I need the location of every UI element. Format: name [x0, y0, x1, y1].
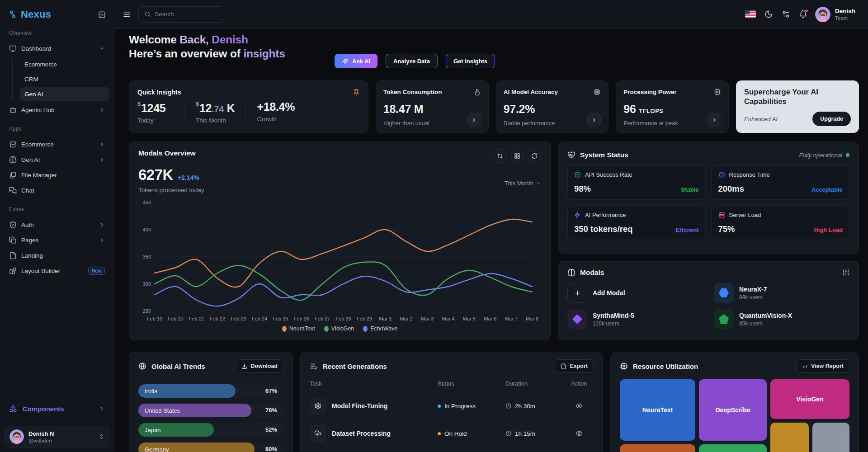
card-arrow-button[interactable] — [467, 113, 481, 127]
svg-text:Mar 2: Mar 2 — [400, 316, 413, 321]
sidebar-item-file-manager[interactable]: File Manager — [5, 168, 109, 182]
grid-view-button[interactable] — [510, 149, 524, 163]
upgrade-button[interactable]: Upgrade — [812, 112, 851, 126]
sort-button[interactable] — [493, 149, 507, 163]
sidebar-item-layout-builder[interactable]: Layout BuilderNew — [5, 264, 109, 278]
header-user[interactable]: Denish Team — [815, 7, 855, 22]
add-modal-button[interactable]: Add Modal — [567, 283, 703, 303]
sidebar-item-ecommerce[interactable]: Ecommerce — [5, 137, 109, 151]
svg-text:Feb 26: Feb 26 — [294, 316, 309, 321]
modal-item-quantumvision-x[interactable]: QuantumVision-X85k users — [714, 309, 849, 329]
sidebar-item-label: File Manager — [21, 172, 57, 179]
export-button[interactable]: Export — [555, 359, 594, 373]
sidebar-item-chat[interactable]: Chat — [5, 184, 109, 197]
sidebar-item-label: Auth — [21, 221, 34, 228]
card-arrow-button[interactable] — [708, 113, 721, 127]
sidebar-item-agentic-hub[interactable]: Agentic Hub — [5, 103, 109, 117]
settings-sliders-icon[interactable] — [782, 10, 790, 19]
sidebar-divider — [0, 421, 114, 421]
eye-icon[interactable] — [576, 430, 583, 437]
svg-text:Mar 1: Mar 1 — [379, 316, 392, 321]
notifications-bell[interactable] — [799, 10, 807, 19]
welcome-actions: Ask AI Analyze Data Get Insights — [335, 54, 495, 68]
column-status: Status — [438, 380, 505, 387]
sidebar-user-card[interactable]: Denish N @withden — [5, 426, 109, 447]
range-dropdown[interactable]: This Month — [505, 173, 541, 193]
treemap-tile[interactable] — [770, 423, 809, 452]
resources-title: Resource Utilization — [633, 363, 698, 370]
notification-dot — [805, 9, 808, 12]
svg-text:Feb 21: Feb 21 — [189, 316, 204, 321]
chevron-down-icon — [536, 180, 541, 186]
target-icon — [593, 88, 601, 96]
treemap-tile[interactable] — [620, 444, 695, 452]
sidebar-item-label: Dashboard — [21, 45, 51, 52]
treemap: NeuraTextDeepScribeVisioGen — [620, 379, 849, 452]
sidebar-subitem-gen-ai[interactable]: Gen AI — [20, 87, 109, 101]
svg-text:Mar 3: Mar 3 — [421, 316, 434, 321]
table-header: TaskStatusDurationAction — [310, 380, 594, 392]
svg-text:Feb 19: Feb 19 — [147, 316, 162, 321]
status-tile-ai-performance: AI Performance350 tokens/reqEfficient — [567, 206, 706, 240]
user-name: Denish N — [28, 430, 54, 437]
sliders-icon[interactable] — [842, 269, 849, 276]
view-report-button[interactable]: View Report — [796, 359, 849, 373]
svg-text:Feb 29: Feb 29 — [357, 316, 372, 321]
sidebar-subitem-crm[interactable]: CRM — [20, 72, 109, 86]
modal-item-neurax-7[interactable]: NeuraX-799k users — [714, 283, 849, 303]
sidebar-item-components[interactable]: Components — [5, 400, 109, 417]
svg-text:450: 450 — [143, 200, 151, 205]
chevron-right-icon — [99, 107, 105, 113]
us-flag-icon[interactable] — [745, 10, 756, 18]
sidebar-subitem-ecommerce[interactable]: Ecommerce — [20, 57, 109, 71]
svg-text:Feb 28: Feb 28 — [335, 316, 351, 321]
treemap-tile[interactable] — [699, 444, 767, 452]
download-button[interactable]: Download — [236, 359, 283, 373]
nexus-logo[interactable]: Nexus — [8, 9, 51, 20]
trend-bar-india: India67% — [138, 384, 283, 398]
status-tile-api-success-rate: API Success Rate98%Stable — [567, 165, 706, 200]
chevrons-up-down-icon — [98, 433, 104, 440]
sidebar-section-extras: Extras — [9, 206, 105, 212]
sidebar-item-gen-ai[interactable]: Gen AI — [5, 153, 109, 166]
trend-bar-united-states: United States78% — [138, 404, 283, 417]
menu-icon[interactable] — [123, 10, 131, 19]
svg-text:Feb 23: Feb 23 — [231, 316, 246, 321]
treemap-tile-neuratext[interactable]: NeuraText — [620, 379, 695, 441]
svg-text:Feb 27: Feb 27 — [315, 316, 330, 321]
chevron-right-icon — [99, 141, 105, 147]
sidebar-item-dashboard[interactable]: Dashboard — [5, 42, 109, 55]
get-insights-button[interactable]: Get Insights — [446, 54, 495, 68]
chart-toolbar — [493, 149, 541, 163]
card-arrow-button[interactable] — [587, 113, 601, 127]
plus-icon — [574, 290, 581, 297]
chevron-right-icon — [99, 237, 105, 243]
treemap-tile-deepscribe[interactable]: DeepScribe — [699, 379, 767, 441]
tokens-kpi-delta: +2.14% — [178, 174, 199, 181]
legend-echowave: EchoWave — [363, 325, 397, 332]
ask-ai-button[interactable]: Ask AI — [335, 54, 377, 68]
refresh-button[interactable] — [528, 149, 541, 163]
blocks-icon — [9, 267, 17, 275]
sidebar-item-pages[interactable]: Pages — [5, 233, 109, 247]
sidebar-item-auth[interactable]: Auth — [5, 218, 109, 231]
trend-bar-germany: Germany80% — [138, 443, 283, 452]
eye-icon[interactable] — [576, 402, 583, 410]
sidebar-item-label: Agentic Hub — [21, 107, 55, 113]
store-icon — [9, 141, 17, 148]
search-input[interactable]: Search — [138, 6, 224, 23]
trends-title: Global AI Trends — [151, 363, 205, 370]
modal-item-synthamind-5[interactable]: SynthaMind-5120k users — [567, 309, 703, 329]
sidebar-item-landing[interactable]: Landing — [5, 249, 109, 262]
stat-card-token-consumption: Token Consumption18.47 MHigher than usua… — [376, 80, 489, 133]
treemap-tile[interactable] — [812, 423, 849, 452]
pin-icon[interactable] — [353, 89, 360, 96]
status-tile-response-time: Response Time200msAcceptable — [712, 165, 850, 200]
sidebar-collapse-icon[interactable] — [98, 11, 106, 19]
sidebar-item-label: Gen AI — [21, 156, 40, 163]
table-row-model-fine-tuning: Model Fine-TuningIn Progress2h 30m — [310, 392, 594, 420]
moon-icon[interactable] — [764, 10, 773, 19]
analyze-data-button[interactable]: Analyze Data — [386, 54, 438, 68]
quick-insight-today: $1245Today — [137, 100, 185, 124]
treemap-tile-visiogen[interactable]: VisioGen — [770, 379, 849, 419]
